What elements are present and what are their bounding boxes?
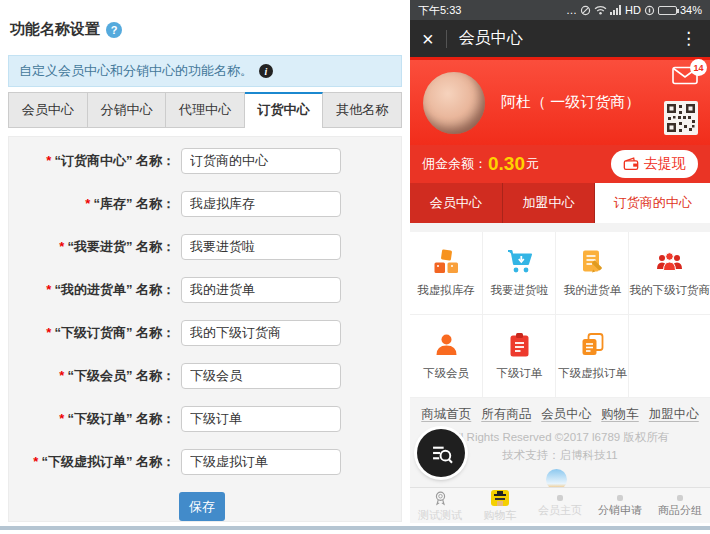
- form-row: *“下级订单” 名称：: [9, 406, 401, 432]
- medal-icon: [432, 490, 449, 506]
- sub-member-name-input[interactable]: [181, 363, 341, 389]
- feature-grid: 我虚拟库存 我要进货啦 我的进货单 我的下级订货商 下级会员 下级订单: [410, 232, 710, 398]
- bottom-nav-product-groups[interactable]: 商品分组: [650, 488, 710, 523]
- form-row: *“我的进货单” 名称：: [9, 277, 401, 303]
- grid-item-virtual-inventory[interactable]: 我虚拟库存: [410, 232, 483, 315]
- grid-item-sub-virtual-orders[interactable]: 下级虚拟订单: [556, 315, 629, 398]
- page-title-row: 功能名称设置 ?: [10, 20, 410, 39]
- floating-search-button[interactable]: [417, 429, 465, 477]
- grid-item-sub-orders[interactable]: 下级订单: [483, 315, 556, 398]
- admin-settings-panel: 功能名称设置 ? 自定义会员中心和分销中心的功能名称。 i 会员中心 分销中心 …: [0, 0, 410, 526]
- placeholder-dot-icon: [617, 495, 623, 501]
- grid-item-label: 我的进货单: [564, 283, 622, 298]
- bottom-nav-label: 测试测试: [418, 508, 462, 523]
- doc-pencil-icon: [579, 249, 606, 275]
- battery-percent: 34%: [680, 4, 702, 16]
- grid-item-empty: [629, 315, 710, 398]
- grid-item-label: 下级订单: [496, 366, 542, 381]
- info-icon[interactable]: i: [259, 64, 273, 78]
- phone-tab-franchise-center[interactable]: 加盟中心: [503, 183, 596, 223]
- tab-other-names[interactable]: 其他名称: [323, 92, 402, 128]
- notification-dots-icon: …: [566, 4, 577, 16]
- tab-distribution-center[interactable]: 分销中心: [88, 92, 167, 128]
- grid-item-sub-suppliers[interactable]: 我的下级订货商: [629, 232, 710, 315]
- save-button[interactable]: 保存: [179, 492, 225, 521]
- signal-icon: [610, 5, 622, 15]
- required-marker: *: [59, 368, 64, 383]
- battery-icon: [658, 6, 677, 15]
- form-row: *“订货商中心” 名称：: [9, 148, 401, 174]
- bottom-nav-distribution-apply[interactable]: 分销申请: [590, 488, 650, 523]
- avatar[interactable]: [423, 72, 485, 134]
- wallet-icon: [623, 157, 639, 171]
- close-icon[interactable]: ×: [422, 29, 434, 49]
- header-icons: 14: [658, 66, 698, 139]
- grid-item-sub-members[interactable]: 下级会员: [410, 315, 483, 398]
- list-search-icon: [426, 438, 456, 468]
- phone-tab-supplier-center[interactable]: 订货商的中心: [595, 183, 710, 223]
- bottom-nav-label: 购物车: [484, 508, 517, 523]
- field-label: *“订货商中心” 名称：: [9, 152, 175, 170]
- vibrate-icon: [644, 5, 655, 16]
- mail-icon[interactable]: 14: [670, 66, 698, 88]
- footer-link-mall-home[interactable]: 商城首页: [421, 407, 471, 421]
- wifi-icon: [594, 5, 607, 15]
- stacked-docs-icon: [579, 332, 606, 358]
- commission-bar: 佣金余额： 0.30 元 去提现: [410, 145, 710, 183]
- order-supplier-center-name-input[interactable]: [181, 148, 341, 174]
- grid-item-label: 我虚拟库存: [417, 283, 475, 298]
- field-label: *“下级订单” 名称：: [9, 410, 175, 428]
- grid-item-label: 下级会员: [423, 366, 469, 381]
- phone-tab-member-center[interactable]: 会员中心: [410, 183, 503, 223]
- nav-divider: [446, 30, 447, 48]
- purchase-name-input[interactable]: [181, 234, 341, 260]
- cart-icon: [506, 249, 533, 275]
- footer-link-cart[interactable]: 购物车: [601, 407, 639, 421]
- form-row: *“下级订货商” 名称：: [9, 320, 401, 346]
- field-label: *“我要进货” 名称：: [9, 238, 175, 256]
- tab-agent-center[interactable]: 代理中心: [166, 92, 245, 128]
- app-nav-bar: × 会员中心 ⋮: [410, 20, 710, 57]
- bottom-nav-member-home[interactable]: 会员主页: [530, 488, 590, 523]
- purchase-order-name-input[interactable]: [181, 277, 341, 303]
- phone-preview: 下午5:33 … HD 34% × 会员中心 ⋮ 阿杜（ 一级订货商）: [410, 0, 710, 526]
- bottom-nav-label: 商品分组: [658, 503, 702, 518]
- window-bottom-edge: [0, 526, 710, 530]
- required-marker: *: [33, 454, 38, 469]
- footer-links: 商城首页所有商品会员中心购物车加盟中心: [410, 406, 710, 423]
- grid-item-purchase-order[interactable]: 我的进货单: [556, 232, 629, 315]
- grid-item-purchase[interactable]: 我要进货啦: [483, 232, 556, 315]
- more-menu-icon[interactable]: ⋮: [680, 28, 698, 49]
- footer-link-all-products[interactable]: 所有商品: [481, 407, 531, 421]
- footer-link-member-center[interactable]: 会员中心: [541, 407, 591, 421]
- field-label: *“库存” 名称：: [9, 195, 175, 213]
- bottom-nav-cart[interactable]: 购物车: [470, 488, 530, 523]
- bottom-nav-test[interactable]: 测试测试: [410, 488, 470, 523]
- withdraw-button[interactable]: 去提现: [611, 150, 698, 178]
- required-marker: *: [46, 325, 51, 340]
- commission-amount: 0.30: [488, 153, 525, 175]
- clock: 下午5:33: [418, 3, 461, 18]
- grid-item-label: 下级虚拟订单: [558, 366, 627, 381]
- inventory-name-input[interactable]: [181, 191, 341, 217]
- commission-label: 佣金余额：: [422, 155, 487, 173]
- field-label: *“下级会员” 名称：: [9, 367, 175, 385]
- footer-link-franchise-center[interactable]: 加盟中心: [649, 407, 699, 421]
- placeholder-dot-icon: [677, 495, 683, 501]
- qr-code-icon[interactable]: [664, 101, 698, 139]
- tab-order-center[interactable]: 订货中心: [245, 92, 324, 128]
- commission-unit: 元: [526, 155, 539, 173]
- grid-item-label: 我要进货啦: [490, 283, 548, 298]
- tab-member-center[interactable]: 会员中心: [8, 92, 88, 128]
- status-bar: 下午5:33 … HD 34%: [410, 0, 710, 20]
- help-icon[interactable]: ?: [106, 22, 122, 38]
- sub-supplier-name-input[interactable]: [181, 320, 341, 346]
- avatar-sticker-icon: [491, 490, 509, 506]
- hd-indicator: HD: [625, 4, 641, 16]
- mail-badge: 14: [690, 59, 707, 76]
- sub-order-name-input[interactable]: [181, 406, 341, 432]
- withdraw-label: 去提现: [644, 155, 686, 173]
- bottom-nav-bar: 测试测试 购物车 会员主页 分销申请 商品分组: [410, 487, 710, 523]
- sub-virtual-order-name-input[interactable]: [181, 449, 341, 475]
- user-name: 阿杜（ 一级订货商）: [501, 93, 640, 112]
